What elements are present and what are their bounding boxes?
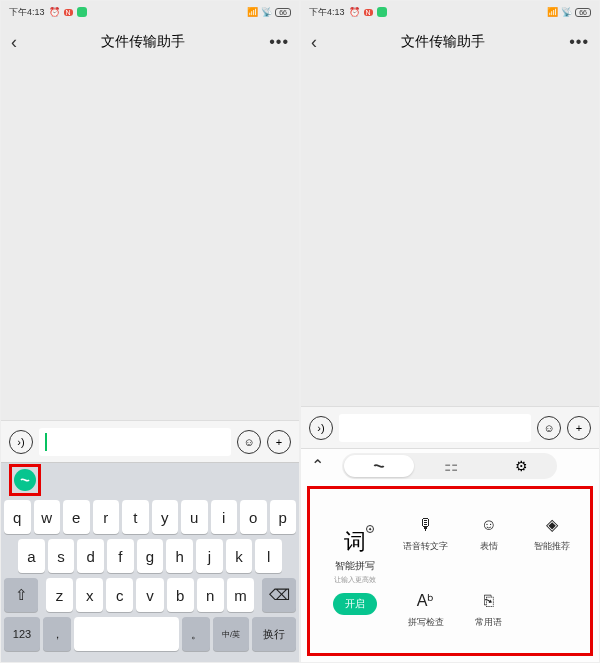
feature-label: 拼写检查 [408,616,444,629]
feature-label: 常用语 [475,616,502,629]
battery-level: 66 [275,8,291,17]
app-badge [377,7,387,17]
keyboard-toolbar [1,462,299,496]
key-k[interactable]: k [226,539,253,573]
phrase-icon: ⎘ [478,590,500,612]
emoji-icon[interactable]: ☺ [537,416,561,440]
key-q[interactable]: q [4,500,31,534]
key-b[interactable]: b [167,578,194,612]
header-title: 文件传输助手 [317,33,569,51]
plus-icon[interactable]: + [567,416,591,440]
message-input[interactable] [339,414,531,442]
notif-badge: N [364,9,373,16]
feature-label: 语音转文字 [403,540,448,553]
smart-label: 智能拼写 [335,559,375,573]
key-s[interactable]: s [48,539,75,573]
smart-write-icon[interactable] [14,469,36,491]
number-key[interactable]: 123 [4,617,40,651]
key-c[interactable]: c [106,578,133,612]
wifi-icon: 📡 [261,7,272,17]
space-key[interactable] [74,617,179,651]
key-d[interactable]: d [77,539,104,573]
collapse-icon[interactable]: ⌃ [311,456,324,475]
signal-icon: 📶 [547,7,558,17]
more-icon[interactable]: ••• [569,33,589,51]
feature-check[interactable]: Aᵇ拼写检查 [396,573,455,645]
highlight-box [9,464,41,496]
key-l[interactable]: l [255,539,282,573]
feature-stack[interactable]: ◈智能推荐 [523,497,582,569]
chat-header: ‹ 文件传输助手 ••• [301,23,599,61]
gear-icon: ⚙ [515,458,528,474]
mic-icon: 🎙 [415,514,437,536]
phone-right: 下午4:13 ⏰ N 📶 📡 66 ‹ 文件传输助手 ••• ›) ☺ + ⌃ … [300,0,600,663]
key-g[interactable]: g [137,539,164,573]
smile-icon: ☺ [478,514,500,536]
app-badge [77,7,87,17]
status-bar: 下午4:13 ⏰ N 📶 📡 66 [301,1,599,23]
mode-switcher: ⚏ ⚙ [342,453,557,479]
key-z[interactable]: z [46,578,73,612]
wifi-icon: 📡 [561,7,572,17]
chat-area[interactable] [301,61,599,406]
key-u[interactable]: u [181,500,208,534]
chat-area[interactable] [1,61,299,420]
mode-settings[interactable]: ⚙ [487,453,557,479]
key-w[interactable]: w [34,500,61,534]
input-bar: ›) ☺ + [301,406,599,448]
comma-key[interactable]: ， [43,617,71,651]
feature-mic[interactable]: 🎙语音转文字 [396,497,455,569]
key-m[interactable]: m [227,578,254,612]
key-y[interactable]: y [152,500,179,534]
more-icon[interactable]: ••• [269,33,289,51]
open-button[interactable]: 开启 [333,593,377,615]
enter-key[interactable]: 换行 [252,617,296,651]
feature-label: 智能推荐 [534,540,570,553]
key-p[interactable]: p [270,500,297,534]
message-input[interactable] [39,428,231,456]
smart-write-card: 词✦ 智能拼写 让输入更高效 开启 [318,497,396,645]
key-n[interactable]: n [197,578,224,612]
chat-header: ‹ 文件传输助手 ••• [1,23,299,61]
emoji-icon[interactable]: ☺ [237,430,261,454]
key-r[interactable]: r [93,500,120,534]
status-time: 下午4:13 [309,6,345,19]
plus-icon[interactable]: + [267,430,291,454]
smart-sub: 让输入更高效 [334,575,376,585]
status-time: 下午4:13 [9,6,45,19]
key-x[interactable]: x [76,578,103,612]
key-f[interactable]: f [107,539,134,573]
ai-badge-icon: ✦ [366,525,374,533]
key-i[interactable]: i [211,500,238,534]
panel-toolbar: ⌃ ⚏ ⚙ [301,448,599,482]
key-o[interactable]: o [240,500,267,534]
smart-char: 词✦ [344,527,366,557]
key-a[interactable]: a [18,539,45,573]
mode-grid[interactable]: ⚏ [416,453,486,479]
backspace-key[interactable]: ⌫ [262,578,296,612]
status-bar: 下午4:13 ⏰ N 📶 📡 66 [1,1,299,23]
key-v[interactable]: v [136,578,163,612]
feature-label: 表情 [480,540,498,553]
battery-level: 66 [575,8,591,17]
keyboard: qwertyuiop asdfghjkl ⇧ zxcvbnm ⌫ 123 ， 。… [1,496,299,662]
lang-key[interactable]: 中/英 [213,617,249,651]
key-e[interactable]: e [63,500,90,534]
voice-input-icon[interactable]: ›) [9,430,33,454]
signal-icon: 📶 [247,7,258,17]
alarm-icon: ⏰ [349,7,360,17]
alarm-icon: ⏰ [49,7,60,17]
phone-left: 下午4:13 ⏰ N 📶 📡 66 ‹ 文件传输助手 ••• ›) ☺ + qw… [0,0,300,663]
feature-smile[interactable]: ☺表情 [459,497,518,569]
period-key[interactable]: 。 [182,617,210,651]
check-icon: Aᵇ [415,590,437,612]
key-h[interactable]: h [166,539,193,573]
key-t[interactable]: t [122,500,149,534]
mode-smart[interactable] [344,455,414,477]
key-j[interactable]: j [196,539,223,573]
feature-phrase[interactable]: ⎘常用语 [459,573,518,645]
shift-key[interactable]: ⇧ [4,578,38,612]
features-panel: 词✦ 智能拼写 让输入更高效 开启 🎙语音转文字☺表情◈智能推荐Aᵇ拼写检查⎘常… [307,486,593,656]
voice-input-icon[interactable]: ›) [309,416,333,440]
input-bar: ›) ☺ + [1,420,299,462]
